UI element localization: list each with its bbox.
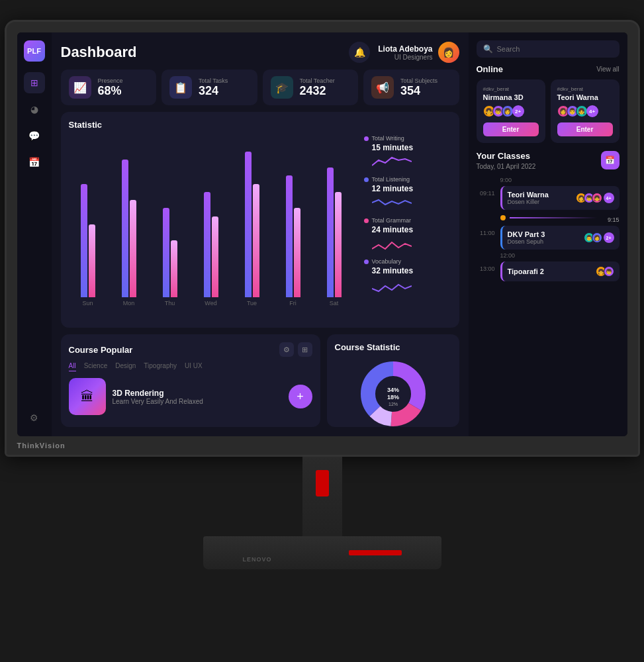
base-label: LENOVO (243, 556, 272, 563)
monitor-base: LENOVO (203, 536, 441, 569)
presence-label: Presence (98, 77, 123, 84)
sch-time-1200: 12:00 (500, 252, 620, 259)
search-icon: 🔍 (483, 44, 493, 54)
view-all-btn[interactable]: View all (596, 66, 619, 73)
chart-area: Sun Mon (69, 135, 451, 320)
settings-icon-btn[interactable]: ⚙ (279, 342, 294, 357)
legend-listening: Total Listening 12 minutes (364, 176, 451, 211)
tasks-icon: 📋 (169, 76, 192, 99)
monitor-brand: ThinkVision (17, 442, 66, 449)
course-subtitle: Learn Very Easily And Relaxed (113, 398, 282, 405)
page-title: Dashboard (61, 44, 137, 61)
neck-accent (316, 470, 329, 496)
monitor-shell: PLF ⊞ ◕ 💬 📅 ⚙ Dashboard 🔔 (5, 20, 640, 457)
course-nirmana: Nirmana 3D (483, 93, 539, 101)
teacher-icon: 🎓 (271, 76, 293, 99)
online-section: Online View all #dkv_berat Nirmana 3D 👧 … (477, 64, 620, 143)
chart-group-sun: Sun (69, 135, 107, 307)
teacher-value: 2432 (300, 84, 335, 98)
screen: PLF ⊞ ◕ 💬 📅 ⚙ Dashboard 🔔 (17, 32, 627, 436)
tab-design[interactable]: Design (115, 362, 136, 371)
sch-divider: 9:15 (477, 213, 620, 223)
tab-typography[interactable]: Tipography (144, 362, 177, 371)
user-info: Liota Adeboya UI Designers 👩 (378, 42, 459, 63)
teacher-label: Total Teacher (300, 77, 335, 84)
your-classes-section: Your Classes Today, 01 April 2022 📅 (477, 150, 620, 170)
course-name: 3D Rendering (113, 389, 282, 398)
chart-group-thu: Thu (151, 135, 189, 307)
sidebar-item-calendar[interactable]: 📅 (24, 152, 45, 173)
chart-group-sat: Sat (315, 135, 353, 307)
presence-icon: 📈 (69, 76, 91, 99)
grid-icon-btn[interactable]: ⊞ (298, 342, 312, 357)
schedule-row-1: 09:11 Teori Warna Dosen Killer 👩 👦 👧 4+ (477, 186, 620, 210)
bottom-row: Course Popular ⚙ ⊞ All Science Design Ti… (61, 334, 459, 427)
tag-2: #dkv_berat (557, 86, 613, 92)
sidebar-item-dashboard[interactable]: ⊞ (24, 72, 45, 93)
enter-btn-2[interactable]: Enter (557, 122, 613, 136)
sidebar-item-chat[interactable]: 💬 (24, 125, 45, 146)
sidebar-item-chart[interactable]: ◕ (24, 99, 45, 120)
subjects-icon: 📢 (371, 76, 394, 99)
user-name: Liota Adeboya (378, 44, 432, 54)
sch-card-teori[interactable]: Teori Warna Dosen Killer 👩 👦 👧 4+ (500, 186, 620, 210)
course-tabs: All Science Design Tipography UI UX (69, 362, 312, 371)
subjects-value: 354 (400, 84, 437, 98)
course-teori: Teori Warna (557, 93, 613, 101)
stats-row: 📈 Presence 68% 📋 Total Tasks 324 (61, 70, 459, 105)
sch-name-teori: Teori Warna (508, 191, 549, 199)
stat-card-tasks: 📋 Total Tasks 324 (161, 70, 257, 105)
course-thumbnail: 🏛 (69, 378, 106, 415)
chart-group-fri: Fri (274, 135, 312, 307)
subjects-label: Total Subjects (400, 77, 437, 84)
online-card-nirmana: #dkv_berat Nirmana 3D 👧 👦 👩 2+ Enter (477, 79, 545, 143)
monitor-neck-wrapper: LENOVO (0, 457, 644, 569)
online-grid: #dkv_berat Nirmana 3D 👧 👦 👩 2+ Enter (477, 79, 620, 143)
tasks-label: Total Tasks (199, 77, 228, 84)
sch-time-900: 9:00 (500, 177, 620, 183)
sidebar: PLF ⊞ ◕ 💬 📅 ⚙ (17, 32, 52, 436)
sch-card-dkv[interactable]: DKV Part 3 Dosen Sepuh 👨 👩 2+ (500, 226, 620, 250)
legend-vocabulary: Vocabulary 32 minutes (364, 258, 451, 293)
pie-chart: 34% 18% 12% (335, 357, 451, 427)
chart-bars-container: Sun Mon (69, 135, 353, 320)
course-row: 🏛 3D Rendering Learn Very Easily And Rel… (69, 378, 312, 415)
stat-card-presence: 📈 Presence 68% (61, 70, 157, 105)
sch-card-tipa[interactable]: Tipoarafi 2 👧 👦 (500, 261, 620, 281)
stat-card-subjects: 📢 Total Subjects 354 (363, 70, 459, 105)
course-add-btn[interactable]: + (289, 385, 312, 408)
schedule-row-2: 11:00 DKV Part 3 Dosen Sepuh 👨 👩 2+ (477, 226, 620, 250)
course-statistic-title: Course Statistic (335, 342, 451, 352)
course-popular-title: Course Popular (69, 345, 133, 355)
chart-panel: Statistic Sun (61, 112, 459, 328)
main-content: Dashboard 🔔 Liota Adeboya UI Designers 👩 (52, 32, 469, 436)
sch-name-dkv: DKV Part 3 (508, 230, 545, 238)
sch-sub-teori: Dosen Killer (508, 199, 549, 205)
tab-science[interactable]: Science (84, 362, 108, 371)
header: Dashboard 🔔 Liota Adeboya UI Designers 👩 (61, 42, 459, 63)
online-card-teori: #dkv_berat Teori Warna 👩 👨 👧 4+ Enter (551, 79, 620, 143)
tab-uiux[interactable]: UI UX (185, 362, 203, 371)
sch-time-1100: 11:00 (477, 226, 495, 236)
search-input[interactable] (497, 45, 613, 53)
user-role: UI Designers (378, 54, 432, 61)
sch-time-1300: 13:00 (477, 261, 495, 272)
enter-btn-1[interactable]: Enter (483, 122, 539, 136)
monitor-neck (302, 457, 342, 536)
online-title: Online (477, 64, 503, 74)
tab-all[interactable]: All (69, 362, 76, 371)
header-right: 🔔 Liota Adeboya UI Designers 👩 (349, 42, 459, 63)
notification-bell[interactable]: 🔔 (349, 42, 370, 63)
course-statistic: Course Statistic (327, 334, 459, 427)
base-accent (349, 550, 402, 555)
avatar: 👩 (438, 42, 459, 63)
tag-1: #dkv_berat (483, 86, 539, 92)
svg-text:34%: 34% (387, 387, 398, 393)
classes-date: Today, 01 April 2022 (477, 163, 536, 170)
sidebar-item-settings[interactable]: ⚙ (24, 407, 45, 428)
calendar-icon-btn[interactable]: 📅 (601, 151, 620, 169)
sch-name-tipa: Tipoarafi 2 (508, 267, 544, 275)
chart-group-wed: Wed (192, 135, 230, 307)
sch-sub-dkv: Dosen Sepuh (508, 238, 545, 245)
legend-writing: Total Writing 15 minutes (364, 135, 451, 169)
